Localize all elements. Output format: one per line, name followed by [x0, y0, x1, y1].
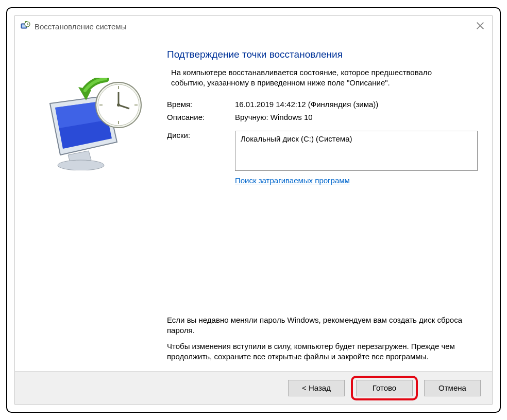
- dialog-body: Подтверждение точки восстановления На ко…: [15, 37, 492, 371]
- right-panel: Подтверждение точки восстановления На ко…: [167, 42, 478, 367]
- bottom-notes: Если вы недавно меняли пароль Windows, р…: [167, 315, 478, 367]
- system-restore-icon: [20, 21, 30, 31]
- intro-text: На компьютере восстанавливается состояни…: [171, 67, 449, 89]
- restart-note: Чтобы изменения вступили в силу, компьют…: [167, 341, 478, 362]
- restore-illustration: [35, 78, 148, 170]
- left-panel: [15, 42, 167, 367]
- password-note: Если вы недавно меняли пароль Windows, р…: [167, 315, 478, 336]
- back-button-label: Назад: [309, 383, 331, 392]
- close-icon[interactable]: [476, 21, 485, 30]
- back-button[interactable]: < Назад: [288, 380, 345, 396]
- titlebar: Восстановление системы: [15, 16, 492, 37]
- finish-highlight: Готово: [351, 376, 418, 400]
- dialog-footer: < Назад Готово Отмена: [15, 371, 492, 404]
- description-value: Вручную: Windows 10: [235, 113, 478, 121]
- screenshot-frame: Восстановление системы: [6, 7, 501, 413]
- svg-point-12: [117, 103, 120, 107]
- cancel-button[interactable]: Отмена: [424, 380, 481, 396]
- scan-link-row: Поиск затрагиваемых программ: [235, 176, 478, 185]
- description-label: Описание:: [167, 113, 235, 121]
- description-row: Описание: Вручную: Windows 10: [167, 113, 478, 121]
- svg-point-3: [58, 160, 104, 170]
- disks-row: Диски: Локальный диск (C:) (Система): [167, 131, 478, 171]
- window-title: Восстановление системы: [35, 22, 126, 31]
- disks-listbox[interactable]: Локальный диск (C:) (Система): [235, 131, 478, 171]
- disks-label: Диски:: [167, 131, 235, 171]
- time-label: Время:: [167, 100, 235, 109]
- system-restore-dialog: Восстановление системы: [14, 15, 493, 405]
- finish-button[interactable]: Готово: [356, 380, 413, 396]
- time-row: Время: 16.01.2019 14:42:12 (Финляндия (з…: [167, 100, 478, 109]
- page-heading: Подтверждение точки восстановления: [167, 49, 478, 60]
- time-value: 16.01.2019 14:42:12 (Финляндия (зима)): [235, 100, 478, 109]
- scan-affected-programs-link[interactable]: Поиск затрагиваемых программ: [235, 176, 350, 185]
- disk-item[interactable]: Локальный диск (C:) (Система): [241, 134, 472, 143]
